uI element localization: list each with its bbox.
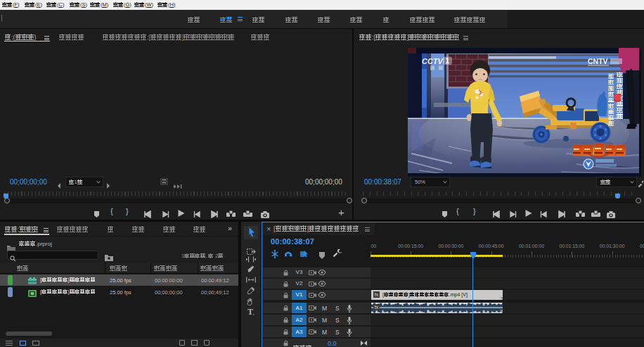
svg-text:1: 1 xyxy=(446,57,450,65)
svg-text:CNTV: CNTV xyxy=(588,57,608,65)
svg-text:CCTV: CCTV xyxy=(422,57,444,65)
